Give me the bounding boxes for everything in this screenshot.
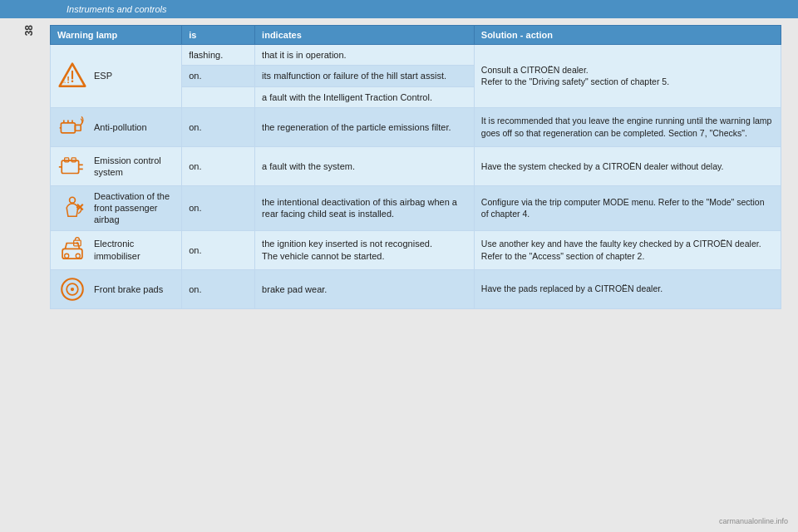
lamp-cell-brake: Front brake pads (51, 269, 182, 308)
svg-rect-6 (75, 125, 81, 131)
anti-pollution-icon (57, 112, 87, 142)
lamp-label-immobiliser: Electronic immobiliser (94, 238, 175, 262)
solution-cell-emission: Have the system checked by a CITROËN dea… (474, 146, 781, 185)
indicates-cell-immobiliser: the ignition key inserted is not recogni… (255, 230, 475, 269)
solution-cell-antipollution: It is recommended that you leave the eng… (474, 107, 781, 146)
indicates-cell-operation: that it is in operation. (255, 45, 475, 66)
svg-rect-11 (62, 160, 78, 173)
page-background: Instruments and controls 38 Warning lamp… (0, 0, 798, 532)
lamp-cell-emission: Emission control system (51, 146, 182, 185)
is-cell-on6: on. (182, 269, 255, 308)
is-cell-on3: on. (182, 146, 255, 185)
lamp-label-brake: Front brake pads (94, 283, 163, 295)
svg-point-24 (76, 242, 79, 244)
solution-cell-immobiliser: Use another key and have the faulty key … (474, 230, 781, 269)
warning-lamp-table: Warning lamp is indicates Solution - act… (50, 25, 781, 309)
is-cell-on1: on. (182, 66, 255, 86)
lamp-cell-immobiliser: Electronic immobiliser (51, 230, 182, 269)
svg-point-17 (70, 198, 76, 204)
solution-cell-airbag: Configure via the trip computer MODE men… (474, 185, 781, 230)
page-number: 38 (23, 25, 35, 36)
col-header-warning: Warning lamp (51, 26, 182, 45)
emission-control-icon (57, 151, 87, 181)
indicates-cell-airbag-deact: the intentional deactivation of this air… (255, 185, 475, 230)
col-header-is: is (182, 26, 255, 45)
table-row: ! ⚠ ESP flashing. that it is in ope (51, 45, 781, 66)
table-row: Front brake pads on. brake pad wear. Hav… (51, 269, 781, 308)
airbag-deactivation-icon (57, 193, 87, 223)
lamp-label-antipollution: Anti-pollution (94, 121, 147, 133)
table-row: Anti-pollution on. the regeneration of t… (51, 107, 781, 146)
solution-cell-esp: Consult a CITROËN dealer.Refer to the "D… (474, 45, 781, 108)
esp-icon: ! ⚠ (57, 61, 87, 91)
svg-rect-5 (61, 123, 75, 133)
is-cell-on2: on. (182, 107, 255, 146)
lamp-cell-esp: ! ⚠ ESP (51, 45, 182, 108)
indicates-cell-regeneration: the regeneration of the particle emissio… (255, 107, 475, 146)
content-area: Warning lamp is indicates Solution - act… (50, 25, 781, 309)
indicates-cell-fault-system: a fault with the system. (255, 146, 475, 185)
lamp-label-esp: ESP (94, 70, 112, 81)
brake-pads-icon (57, 274, 87, 304)
svg-text:!: ! (66, 75, 70, 85)
solution-cell-brake: Have the pads replaced by a CITROËN deal… (474, 269, 781, 308)
is-cell-empty (182, 86, 255, 107)
is-cell-on5: on. (182, 230, 255, 269)
lamp-label-airbag: Deactivation of the front passenger airb… (94, 190, 175, 226)
header-bar: Instruments and controls (0, 0, 798, 18)
table-row: Emission control system on. a fault with… (51, 146, 781, 185)
col-header-indicates: indicates (255, 26, 475, 45)
svg-point-4 (71, 81, 74, 83)
col-header-solution: Solution - action (474, 26, 781, 45)
lamp-cell-airbag: Deactivation of the front passenger airb… (51, 185, 182, 230)
svg-point-27 (71, 288, 74, 291)
table-row: Deactivation of the front passenger airb… (51, 185, 781, 230)
is-cell-flashing: flashing. (182, 45, 255, 66)
indicates-cell-brake: brake pad wear. (255, 269, 475, 308)
table-row: Electronic immobiliser on. the ignition … (51, 230, 781, 269)
svg-text:⚠: ⚠ (61, 78, 66, 84)
lamp-label-emission: Emission control system (94, 155, 175, 179)
indicates-cell-traction: a fault with the Intelligent Traction Co… (255, 86, 475, 107)
svg-point-22 (76, 254, 80, 258)
lamp-cell-antipollution: Anti-pollution (51, 107, 182, 146)
immobiliser-icon (57, 235, 87, 265)
is-cell-on4: on. (182, 185, 255, 230)
svg-point-21 (65, 254, 69, 258)
breadcrumb: Instruments and controls (66, 4, 166, 14)
watermark: carmanualonline.info (719, 517, 788, 525)
indicates-cell-malfunction: its malfunction or failure of the hill s… (255, 66, 475, 86)
